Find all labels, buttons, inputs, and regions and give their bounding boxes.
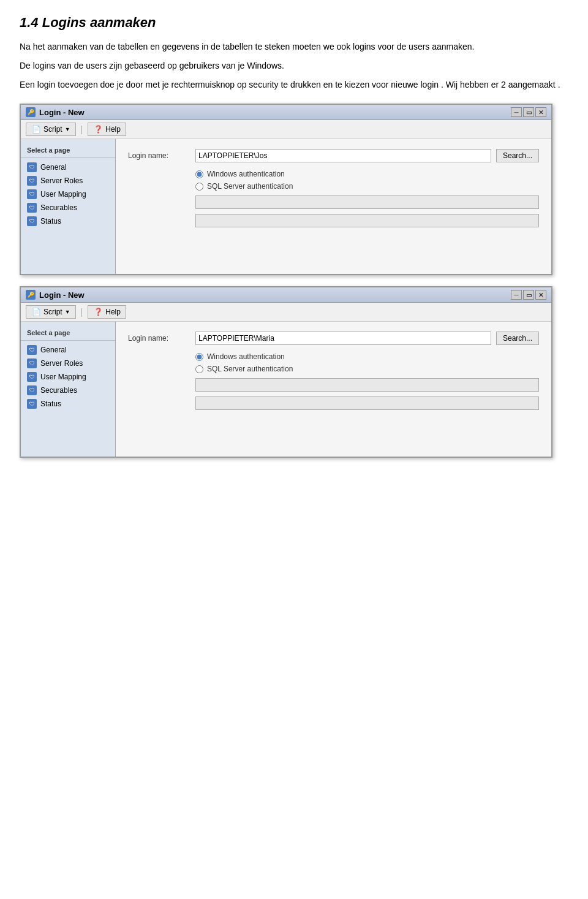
- dialog-titlebar-1: 🔑 Login - New ─ ▭ ✕: [21, 105, 551, 120]
- dialog-title-1: 🔑 Login - New: [26, 107, 85, 117]
- windows-auth-label-2: Windows authentication: [207, 352, 285, 361]
- windows-auth-label-1: Windows authentication: [207, 170, 285, 178]
- close-button-2[interactable]: ✕: [535, 290, 546, 300]
- search-button-1[interactable]: Search...: [496, 149, 539, 162]
- login-name-label-1: Login name:: [128, 151, 195, 160]
- sidebar-icon-usermapping-1: 🛡: [27, 189, 37, 199]
- sidebar-item-status-2[interactable]: 🛡 Status: [21, 397, 115, 411]
- help-button-1[interactable]: ❓ Help: [88, 123, 126, 136]
- password-row-1: Password:: [128, 195, 539, 209]
- sidebar-section-title-1: Select a page: [21, 144, 115, 158]
- dialog-toolbar-2: 📄 Script ▼ | ❓ Help: [21, 303, 551, 322]
- sidebar-icon-serverroles-1: 🛡: [27, 176, 37, 186]
- sidebar-item-usermapping-1[interactable]: 🛡 User Mapping: [21, 188, 115, 201]
- sql-auth-row-2: SQL Server authentication: [128, 365, 539, 373]
- windows-auth-radio-1[interactable]: [195, 170, 203, 178]
- restore-button-1[interactable]: ▭: [523, 107, 534, 117]
- dialog-titlebar-2: 🔑 Login - New ─ ▭ ✕: [21, 287, 551, 303]
- sql-auth-label-2: SQL Server authentication: [207, 365, 293, 373]
- dialog-title-2: 🔑 Login - New: [26, 290, 85, 300]
- login-name-row-2: Login name: Search...: [128, 332, 539, 345]
- restore-button-2[interactable]: ▭: [523, 290, 534, 300]
- sql-auth-radio-2[interactable]: [195, 365, 203, 373]
- password-input-1: [195, 195, 539, 209]
- dialog-sidebar-2: Select a page 🛡 General 🛡 Server Roles 🛡…: [21, 322, 116, 457]
- windows-auth-row-2: Windows authentication: [128, 352, 539, 361]
- dialog-sidebar-1: Select a page 🛡 General 🛡 Server Roles 🛡…: [21, 139, 116, 274]
- sidebar-icon-securables-2: 🛡: [27, 385, 37, 395]
- dialog-body-1: Select a page 🛡 General 🛡 Server Roles 🛡…: [21, 139, 551, 274]
- confirm-input-1: [195, 214, 539, 227]
- sidebar-icon-status-2: 🛡: [27, 399, 37, 409]
- auth-radio-group-2: Windows authentication SQL Server authen…: [128, 352, 539, 373]
- sidebar-icon-securables-1: 🛡: [27, 203, 37, 213]
- sidebar-item-usermapping-2[interactable]: 🛡 User Mapping: [21, 370, 115, 384]
- minimize-button-2[interactable]: ─: [511, 290, 522, 300]
- help-button-2[interactable]: ❓ Help: [88, 305, 126, 319]
- dialog-body-2: Select a page 🛡 General 🛡 Server Roles 🛡…: [21, 322, 551, 457]
- dialogs-container: 🔑 Login - New ─ ▭ ✕ 📄 Script ▼ | ❓ Help: [20, 104, 568, 469]
- search-button-2[interactable]: Search...: [496, 332, 539, 345]
- script-button-1[interactable]: 📄 Script ▼: [26, 123, 76, 136]
- windows-auth-row-1: Windows authentication: [128, 170, 539, 178]
- sql-auth-row-1: SQL Server authentication: [128, 182, 539, 191]
- close-button-1[interactable]: ✕: [535, 107, 546, 117]
- confirm-row-2: Confirm password:: [128, 396, 539, 410]
- dialog-content-2: Login name: Search... Windows authentica…: [116, 322, 551, 457]
- sidebar-item-general-2[interactable]: 🛡 General: [21, 343, 115, 357]
- login-name-row-1: Login name: Search...: [128, 149, 539, 162]
- auth-radio-group-1: Windows authentication SQL Server authen…: [128, 170, 539, 191]
- sidebar-item-securables-1[interactable]: 🛡 Securables: [21, 201, 115, 214]
- login-name-input-1[interactable]: [195, 149, 491, 162]
- windows-auth-radio-2[interactable]: [195, 353, 203, 361]
- sidebar-item-status-1[interactable]: 🛡 Status: [21, 214, 115, 228]
- dialog-icon-1: 🔑: [26, 107, 36, 117]
- sql-auth-label-1: SQL Server authentication: [207, 182, 293, 191]
- sidebar-item-securables-2[interactable]: 🛡 Securables: [21, 384, 115, 397]
- sidebar-icon-general-1: 🛡: [27, 162, 37, 172]
- sidebar-item-general-1[interactable]: 🛡 General: [21, 161, 115, 174]
- login-name-input-2[interactable]: [195, 332, 491, 345]
- password-group-1: Password: Confirm password:: [128, 195, 539, 227]
- help-icon-1: ❓: [93, 124, 103, 134]
- login-name-label-2: Login name:: [128, 334, 195, 343]
- sidebar-section-title-2: Select a page: [21, 327, 115, 341]
- script-icon-2: 📄: [31, 307, 41, 317]
- password-input-2: [195, 378, 539, 392]
- sidebar-icon-status-1: 🛡: [27, 216, 37, 226]
- page-title: 1.4 Logins aanmaken: [20, 15, 568, 31]
- dialog-login-jos: 🔑 Login - New ─ ▭ ✕ 📄 Script ▼ | ❓ Help: [20, 104, 552, 275]
- sidebar-icon-serverroles-2: 🛡: [27, 358, 37, 368]
- help-icon-2: ❓: [93, 307, 103, 317]
- dialog-toolbar-1: 📄 Script ▼ | ❓ Help: [21, 120, 551, 139]
- paragraph-1: Na het aanmaken van de tabellen en gegev…: [20, 40, 568, 53]
- confirm-input-2: [195, 396, 539, 410]
- script-button-2[interactable]: 📄 Script ▼: [26, 305, 76, 319]
- sidebar-icon-usermapping-2: 🛡: [27, 372, 37, 382]
- dialog-login-maria: 🔑 Login - New ─ ▭ ✕ 📄 Script ▼ | ❓ Help: [20, 286, 552, 458]
- dialog-content-1: Login name: Search... Windows authentica…: [116, 139, 551, 274]
- toolbar-sep-1: |: [81, 124, 83, 134]
- title-controls-2: ─ ▭ ✕: [511, 290, 546, 300]
- sidebar-icon-general-2: 🛡: [27, 345, 37, 355]
- password-row-2: Password:: [128, 378, 539, 392]
- title-controls-1: ─ ▭ ✕: [511, 107, 546, 117]
- paragraph-3: Een login toevoegen doe je door met je r…: [20, 78, 568, 91]
- sidebar-item-serverroles-2[interactable]: 🛡 Server Roles: [21, 357, 115, 370]
- confirm-row-1: Confirm password:: [128, 214, 539, 227]
- paragraph-2: De logins van de users zijn gebaseerd op…: [20, 59, 568, 72]
- toolbar-sep-2: |: [81, 307, 83, 317]
- minimize-button-1[interactable]: ─: [511, 107, 522, 117]
- script-icon-1: 📄: [31, 124, 41, 134]
- password-group-2: Password: Confirm password:: [128, 378, 539, 410]
- dialog-icon-2: 🔑: [26, 290, 36, 300]
- sidebar-item-serverroles-1[interactable]: 🛡 Server Roles: [21, 174, 115, 188]
- sql-auth-radio-1[interactable]: [195, 183, 203, 191]
